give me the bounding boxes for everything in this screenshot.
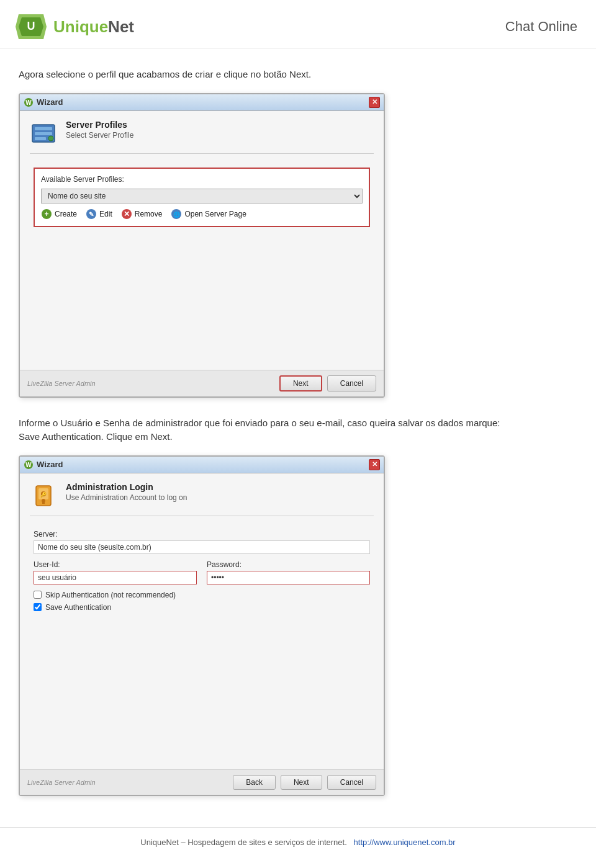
svg-text:🌐: 🌐 (173, 211, 181, 218)
edit-icon: ✎ (86, 208, 97, 220)
server-profiles-icon (30, 120, 57, 147)
credentials-row: User-Id: Password: (34, 560, 370, 584)
create-button[interactable]: + Create (41, 208, 77, 220)
page-header: U UniqueNet Chat Online (0, 0, 596, 49)
password-label: Password: (207, 560, 370, 569)
open-server-page-icon: 🌐 (171, 208, 182, 220)
svg-text:🔑: 🔑 (40, 491, 47, 498)
logo-text: UniqueNet (53, 17, 134, 37)
server-value: Nome do seu site (seusite.com.br) (34, 540, 370, 554)
server-label: Server: (34, 530, 370, 539)
wizard-2: W Wizard ✕ 🔑 Administration Login (19, 455, 385, 796)
wizard-2-title: Wizard (37, 460, 63, 469)
wizard-2-titlebar: W Wizard ✕ (20, 457, 384, 473)
save-auth-label: Save Authentication (45, 603, 111, 612)
footer-link[interactable]: http://www.uniquenet.com.br (354, 838, 456, 847)
userid-label: User-Id: (34, 560, 197, 569)
password-group: Password: (207, 560, 370, 584)
wizard-2-buttons: Back Next Cancel (233, 775, 376, 790)
password-input[interactable] (207, 571, 370, 584)
logo: U UniqueNet (12, 11, 134, 42)
wizard-2-spacer (34, 615, 370, 758)
remove-icon: ✕ (121, 208, 132, 220)
profile-toolbar: + Create ✎ Edit (41, 208, 363, 220)
server-profile-box: Available Server Profiles: Nome do seu s… (34, 168, 370, 227)
wizard-2-back-button[interactable]: Back (233, 775, 276, 790)
svg-rect-23 (42, 501, 45, 504)
wizard-2-next-button[interactable]: Next (281, 775, 322, 790)
svg-text:U: U (27, 20, 35, 32)
svg-text:W: W (25, 99, 32, 106)
svg-text:W: W (25, 462, 32, 468)
wizard-1-next-button[interactable]: Next (279, 375, 322, 391)
wizard-icon: W (24, 97, 34, 107)
wizard-1: W Wizard ✕ Server Profiles Select Serv (19, 93, 385, 398)
svg-point-9 (48, 136, 53, 141)
wizard-2-header-section: 🔑 Administration Login Use Administratio… (30, 482, 374, 516)
instruction-2: Informe o Usuário e Senha de administrad… (19, 416, 577, 444)
svg-rect-8 (35, 137, 46, 140)
userid-group: User-Id: (34, 560, 197, 584)
wizard-1-header-section: Server Profiles Select Server Profile (30, 120, 374, 154)
skip-auth-label: Skip Authentication (not recommended) (45, 591, 176, 599)
skip-auth-row: Skip Authentication (not recommended) (34, 591, 370, 599)
remove-button[interactable]: ✕ Remove (121, 208, 163, 220)
svg-rect-6 (35, 127, 52, 130)
wizard-1-body: Server Profiles Select Server Profile Av… (20, 111, 384, 370)
wizard-2-subtitle: Use Administration Account to log on (66, 493, 187, 502)
svg-rect-7 (35, 132, 52, 135)
logo-icon: U (12, 11, 50, 42)
save-auth-checkbox[interactable] (34, 603, 42, 611)
footer-text: UniqueNet – Hospedagem de sites e serviç… (140, 838, 346, 847)
wizard-2-form: Server: Nome do seu site (seusite.com.br… (30, 525, 374, 763)
wizard-2-close-button[interactable]: ✕ (369, 459, 380, 470)
instruction-1: Agora selecione o perfil que acabamos de… (19, 68, 577, 82)
open-server-page-button[interactable]: 🌐 Open Server Page (171, 208, 246, 220)
save-auth-row: Save Authentication (34, 603, 370, 612)
wizard-1-form: Available Server Profiles: Nome do seu s… (30, 163, 374, 364)
wizard-1-subtitle: Select Server Profile (66, 131, 133, 140)
wizard-1-app-name: LiveZilla Server Admin (27, 380, 96, 387)
svg-text:+: + (44, 210, 48, 218)
page-footer: UniqueNet – Hospedagem de sites e serviç… (0, 827, 596, 857)
wizard-1-main-title: Server Profiles (66, 120, 133, 130)
wizard-1-buttons: Next Cancel (279, 375, 376, 391)
main-content: Agora selecione o perfil que acabamos de… (0, 49, 596, 827)
wizard-2-main-title: Administration Login (66, 482, 187, 492)
wizard-2-footer: LiveZilla Server Admin Back Next Cancel (20, 769, 384, 795)
wizard-2-app-name: LiveZilla Server Admin (27, 779, 96, 786)
wizard-2-cancel-button[interactable]: Cancel (327, 775, 376, 790)
userid-input[interactable] (34, 571, 197, 584)
create-icon: + (41, 208, 52, 220)
profile-select-row: Nome do seu site (41, 189, 363, 204)
page-title: Chat Online (505, 19, 577, 35)
skip-auth-checkbox[interactable] (34, 591, 42, 599)
wizard-1-cancel-button[interactable]: Cancel (327, 375, 376, 391)
profile-select[interactable]: Nome do seu site (41, 189, 363, 204)
wizard-1-close-button[interactable]: ✕ (369, 97, 380, 108)
wizard-1-titlebar: W Wizard ✕ (20, 94, 384, 111)
svg-text:✎: ✎ (89, 211, 94, 218)
edit-button[interactable]: ✎ Edit (86, 208, 112, 220)
wizard-2-icon: W (24, 460, 34, 470)
wizard-2-body: 🔑 Administration Login Use Administratio… (20, 473, 384, 769)
wizard-1-title: Wizard (37, 97, 63, 107)
admin-login-icon: 🔑 (30, 482, 57, 509)
wizard-1-footer: LiveZilla Server Admin Next Cancel (20, 370, 384, 396)
wizard-1-spacer (34, 235, 370, 359)
svg-text:✕: ✕ (124, 210, 130, 218)
available-profiles-label: Available Server Profiles: (41, 175, 363, 184)
